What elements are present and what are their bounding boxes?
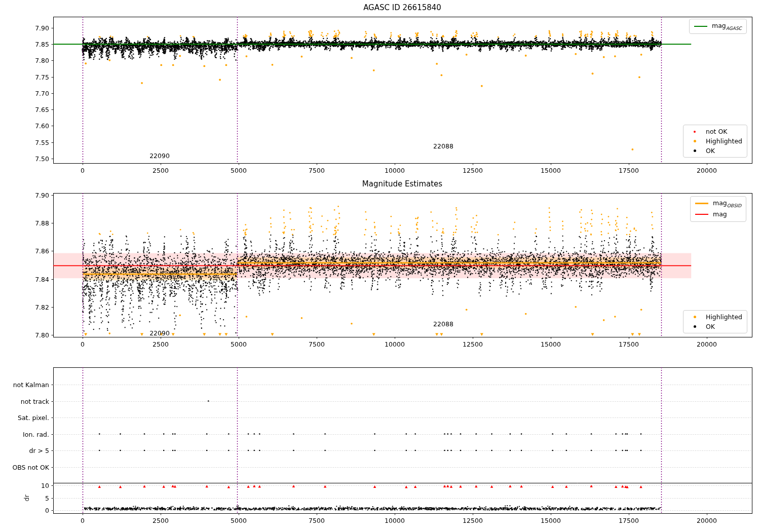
legend-label-highlighted-2: Highlighted bbox=[706, 313, 742, 321]
y-tick-label-plot1-7.60: 7.60 bbox=[35, 122, 49, 130]
legend-plot1-markers: not OK Highlighted OK bbox=[683, 125, 747, 158]
legend-label-ok: OK bbox=[706, 147, 715, 155]
legend-item-highlighted: Highlighted bbox=[688, 137, 742, 145]
y-tick-label-plot1-7.70: 7.70 bbox=[35, 89, 49, 97]
not-ok-dot-swatch bbox=[688, 131, 701, 133]
x-tick-label-plot2-7500: 7500 bbox=[309, 340, 325, 348]
y-tick-label-plot1-7.90: 7.90 bbox=[35, 24, 49, 31]
obsid-annotation-22088-plot1: 22088 bbox=[433, 142, 453, 149]
highlighted-dot-swatch bbox=[688, 140, 701, 142]
obsid-annotation-22090-plot1: 22090 bbox=[149, 152, 170, 160]
flag-row-label-0: not Kalman bbox=[13, 381, 49, 389]
x-tick-label-plot2-12500: 12500 bbox=[463, 340, 483, 348]
plot1-title: AGASC ID 26615840 bbox=[363, 3, 441, 12]
legend-mag-lines: magOBSID mag bbox=[690, 196, 746, 222]
mag-line-swatch bbox=[695, 214, 708, 215]
x-tick-label-plot1-17500: 17500 bbox=[619, 167, 639, 174]
y-tick-label-plot1-7.75: 7.75 bbox=[35, 73, 49, 81]
x-tick-label-plot1-15000: 15000 bbox=[541, 167, 561, 174]
x-tick-label-plot1-5000: 5000 bbox=[231, 167, 247, 174]
legend-label-mag: mag bbox=[713, 210, 727, 219]
legend-plot2-markers: Highlighted OK bbox=[683, 310, 747, 333]
y-tick-label-plot1-7.85: 7.85 bbox=[35, 41, 49, 48]
y-tick-label-plot1-7.80: 7.80 bbox=[35, 57, 49, 64]
legend-item-mag-agasc: magAGASC bbox=[694, 22, 742, 31]
plot-canvas bbox=[0, 0, 760, 532]
dr-tick-label-0: 0 bbox=[45, 507, 49, 514]
y-tick-label-plot1-7.65: 7.65 bbox=[35, 106, 49, 113]
x-tick-label-plot3-17500: 17500 bbox=[619, 517, 639, 524]
dr-tick-label-5: 5 bbox=[45, 494, 49, 502]
x-tick-label-plot3-10000: 10000 bbox=[385, 517, 405, 524]
legend-label-mag-obsid: magOBSID bbox=[713, 199, 741, 208]
flag-row-label-4: dr > 5 bbox=[29, 447, 49, 454]
obsid-annotation-22088-plot2: 22088 bbox=[433, 320, 453, 327]
x-tick-label-plot2-0: 0 bbox=[81, 340, 85, 348]
x-tick-label-plot2-5000: 5000 bbox=[231, 340, 247, 348]
flag-row-label-1: not track bbox=[21, 397, 49, 405]
ok-dot-swatch bbox=[688, 149, 701, 152]
flag-row-label-3: Ion. rad. bbox=[23, 430, 49, 438]
dr-axis-label: dr bbox=[23, 495, 30, 501]
y-tick-label-plot1-7.50: 7.50 bbox=[35, 155, 49, 162]
legend-item-mag-obsid: magOBSID bbox=[695, 199, 741, 208]
x-tick-label-plot1-12500: 12500 bbox=[463, 167, 483, 174]
y-tick-label-plot2-7.80: 7.80 bbox=[35, 331, 49, 338]
y-tick-label-plot2-7.88: 7.88 bbox=[35, 219, 49, 227]
mag-obsid-line-swatch bbox=[695, 203, 708, 204]
y-tick-label-plot1-7.55: 7.55 bbox=[35, 138, 49, 146]
mag-agasc-line-swatch bbox=[694, 26, 707, 27]
x-tick-label-plot2-10000: 10000 bbox=[385, 340, 405, 348]
y-tick-label-plot2-7.90: 7.90 bbox=[35, 192, 49, 199]
y-tick-label-plot2-7.86: 7.86 bbox=[35, 247, 49, 255]
legend-label-not-ok: not OK bbox=[706, 128, 727, 135]
legend-item-mag: mag bbox=[695, 210, 741, 219]
legend-item-not-ok: not OK bbox=[688, 128, 742, 135]
flag-row-label-2: Sat. pixel. bbox=[18, 414, 49, 422]
legend-item-highlighted-2: Highlighted bbox=[688, 313, 742, 321]
obsid-annotation-22090-plot2: 22090 bbox=[149, 329, 170, 336]
legend-label-highlighted: Highlighted bbox=[706, 137, 742, 145]
dr-tick-label-10: 10 bbox=[41, 482, 49, 489]
flag-row-label-5: OBS not OK bbox=[12, 463, 49, 471]
x-tick-label-plot2-2500: 2500 bbox=[153, 340, 169, 348]
legend-item-ok-2: OK bbox=[688, 323, 742, 330]
x-tick-label-plot3-15000: 15000 bbox=[541, 517, 561, 524]
x-tick-label-plot1-2500: 2500 bbox=[153, 167, 169, 174]
legend-mag-agasc: magAGASC bbox=[689, 19, 747, 34]
x-tick-label-plot2-15000: 15000 bbox=[541, 340, 561, 348]
highlighted-dot-swatch-2 bbox=[688, 316, 701, 318]
x-tick-label-plot1-7500: 7500 bbox=[309, 167, 325, 174]
x-tick-label-plot2-20000: 20000 bbox=[697, 340, 717, 348]
y-tick-label-plot2-7.82: 7.82 bbox=[35, 303, 49, 311]
legend-label-ok-2: OK bbox=[706, 323, 715, 330]
ok-dot-swatch-2 bbox=[688, 325, 701, 328]
x-tick-label-plot1-10000: 10000 bbox=[385, 167, 405, 174]
plot2-title: Magnitude Estimates bbox=[362, 179, 442, 188]
y-tick-label-plot2-7.84: 7.84 bbox=[35, 275, 49, 283]
x-tick-label-plot1-20000: 20000 bbox=[697, 167, 717, 174]
x-tick-label-plot3-0: 0 bbox=[81, 517, 85, 524]
x-tick-label-plot3-2500: 2500 bbox=[153, 517, 169, 524]
x-tick-label-plot3-7500: 7500 bbox=[309, 517, 325, 524]
x-tick-label-plot3-12500: 12500 bbox=[463, 517, 483, 524]
legend-label-mag-agasc: magAGASC bbox=[712, 22, 742, 31]
legend-item-ok: OK bbox=[688, 147, 742, 155]
x-tick-label-plot2-17500: 17500 bbox=[619, 340, 639, 348]
figure: AGASC ID 26615840 Magnitude Estimates ma… bbox=[0, 0, 760, 532]
x-tick-label-plot3-5000: 5000 bbox=[231, 517, 247, 524]
x-tick-label-plot1-0: 0 bbox=[81, 167, 85, 174]
x-tick-label-plot3-20000: 20000 bbox=[697, 517, 717, 524]
